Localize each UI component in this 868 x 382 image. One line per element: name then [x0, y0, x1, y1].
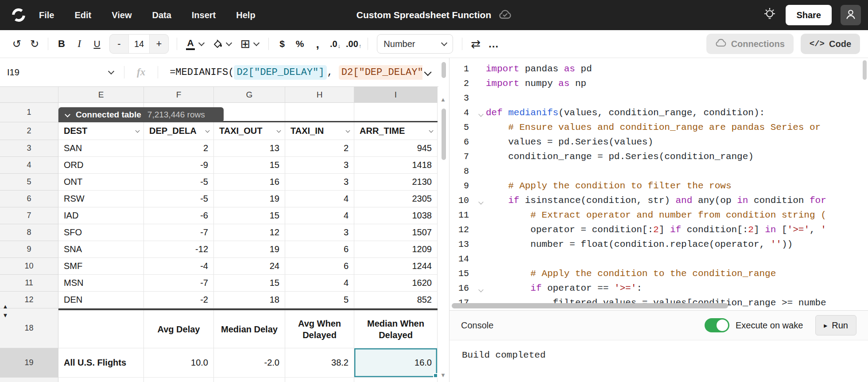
grid-cell[interactable]: -6 [144, 207, 214, 224]
decrease-decimals-button[interactable]: .0↓ [326, 35, 344, 53]
comma-format-button[interactable]: , [309, 35, 326, 53]
grid-cell[interactable]: -7 [144, 224, 214, 241]
grid-cell[interactable]: All U.S. Flights [58, 348, 144, 378]
grid-cell[interactable]: 2 [144, 140, 214, 157]
grid-cell[interactable] [354, 103, 438, 122]
font-size-value[interactable]: 14 [128, 35, 150, 53]
grid-cell[interactable]: Median When Delayed [354, 308, 438, 348]
row-header-2[interactable]: 2 [0, 122, 58, 140]
grid-cell[interactable]: 16 [214, 174, 285, 191]
fold-toggle[interactable] [476, 287, 486, 290]
italic-button[interactable]: I [70, 35, 88, 53]
grid-vertical-scrollbar[interactable]: ▲ ▼ [438, 58, 449, 382]
grid-cell[interactable]: 945 [354, 140, 438, 157]
grid-cell[interactable]: 15 [214, 275, 285, 292]
code-line[interactable]: 16 if operator == '>=': [450, 281, 861, 296]
row-header[interactable]: 4 [0, 157, 58, 174]
code-line[interactable]: 11 # Extract operator and number from co… [450, 208, 861, 222]
grid-cell[interactable]: 15 [214, 207, 285, 224]
hidden-rows-indicator[interactable]: ▲ ▼ [1, 302, 10, 320]
fill-color-chevron-icon[interactable] [226, 40, 232, 46]
grid-cell[interactable]: 3 [285, 174, 354, 191]
menu-view[interactable]: View [112, 10, 132, 20]
formula-expand-chevron-icon[interactable] [424, 69, 432, 76]
code-line[interactable]: 14 [450, 252, 861, 266]
fill-color-button[interactable] [209, 35, 227, 53]
hidden-rows-down-icon[interactable]: ▼ [1, 311, 10, 320]
code-line[interactable]: 1 import pandas as pd [450, 62, 861, 76]
grid-scrollbar-thumb[interactable] [442, 109, 446, 160]
grid-cell[interactable]: 4 [285, 275, 354, 292]
row-header[interactable]: 10 [0, 258, 58, 275]
connections-button[interactable]: Connections [706, 34, 794, 54]
grid-cell[interactable]: 2305 [354, 191, 438, 207]
grid-cell[interactable]: 2 [285, 140, 354, 157]
column-header-i[interactable]: I [354, 87, 438, 103]
hidden-rows-up-icon[interactable]: ▲ [1, 302, 10, 311]
fill-handle[interactable] [433, 373, 438, 378]
fold-chevron-icon[interactable] [478, 199, 483, 204]
code-horizontal-scrollbar-thumb[interactable] [452, 303, 728, 308]
row-header[interactable]: 9 [0, 241, 58, 258]
grid-cell[interactable]: 10.0 [144, 348, 214, 378]
document-title[interactable]: Custom Spreadsheet Function [356, 10, 492, 20]
fold-toggle[interactable] [476, 111, 486, 115]
column-menu-chevron-icon[interactable] [346, 128, 350, 133]
grid-cell[interactable]: -12 [144, 241, 214, 258]
grid-cell[interactable] [214, 103, 285, 122]
grid-cell[interactable]: SFO [58, 224, 144, 241]
run-button[interactable]: ▸ Run [815, 315, 856, 335]
column-header-e[interactable]: E [58, 87, 144, 103]
grid-cell[interactable]: Avg Delay [144, 308, 214, 348]
code-line[interactable]: 3 [450, 91, 861, 105]
column-menu-chevron-icon[interactable] [205, 128, 210, 133]
row-header-1[interactable]: 1 [0, 103, 58, 122]
scroll-down-icon[interactable]: ▼ [440, 372, 446, 378]
code-panel-button[interactable]: </> Code [801, 34, 860, 54]
connected-table-badge[interactable]: Connected table 7,213,446 rows [58, 107, 224, 122]
grid-corner-cell[interactable] [0, 87, 58, 103]
code-line[interactable]: 12 operator = condition[:2] if condition… [450, 222, 861, 237]
grid-cell[interactable]: SMF [58, 258, 144, 275]
row-header[interactable] [0, 378, 58, 382]
row-header[interactable]: 7 [0, 207, 58, 224]
grid-cell[interactable]: MSN [58, 275, 144, 292]
grid-cell[interactable]: SAN [58, 140, 144, 157]
code-line[interactable]: 8 [450, 164, 861, 179]
table-column-dep-delay[interactable]: DEP_DELA [144, 122, 214, 140]
menu-data[interactable]: Data [152, 10, 171, 20]
menu-edit[interactable]: Edit [74, 10, 91, 20]
grid-cell[interactable]: 1244 [354, 258, 438, 275]
number-format-select[interactable]: Number [377, 34, 453, 54]
grid-cell[interactable] [144, 378, 214, 382]
app-logo-icon[interactable] [10, 6, 27, 24]
menu-help[interactable]: Help [236, 10, 255, 20]
fold-chevron-icon[interactable] [478, 112, 483, 117]
formula-scrollbar-thumb[interactable] [442, 62, 446, 78]
scroll-up-icon[interactable]: ▲ [440, 96, 446, 103]
grid-cell[interactable] [58, 378, 144, 382]
redo-button[interactable]: ↻ [26, 35, 43, 53]
formula-arg2-token[interactable]: D2["DEP_DELAY"] [339, 65, 422, 80]
grid-cell[interactable]: 24 [214, 258, 285, 275]
font-size-decrease-button[interactable]: - [110, 35, 128, 53]
percent-format-button[interactable]: % [291, 35, 309, 53]
grid-cell[interactable]: 3 [285, 157, 354, 174]
table-column-arr-time[interactable]: ARR_TIME [354, 122, 438, 140]
fold-chevron-icon[interactable] [478, 287, 483, 292]
more-options-button[interactable]: … [484, 35, 502, 53]
code-line[interactable]: 10 if isinstance(condition, str) and any… [450, 193, 861, 208]
selected-cell-i19[interactable]: 16.0 [354, 348, 438, 378]
grid-cell[interactable]: 852 [354, 292, 438, 308]
grid-cell[interactable] [354, 378, 438, 382]
row-header[interactable]: 11 [0, 275, 58, 292]
spreadsheet-grid[interactable]: E F G H I 1 2 DEST DEP_DELA TAXI_OUT TAX… [0, 87, 438, 382]
grid-cell[interactable] [285, 103, 354, 122]
grid-cell[interactable]: -2.0 [214, 348, 285, 378]
code-line[interactable]: 5 # Ensure values and condition_range ar… [450, 120, 861, 135]
column-menu-chevron-icon[interactable] [136, 128, 140, 133]
grid-cell[interactable]: 2130 [354, 174, 438, 191]
code-line[interactable]: 6 values = pd.Series(values) [450, 135, 861, 149]
grid-cell[interactable]: 4 [285, 191, 354, 207]
grid-cell[interactable]: 19 [214, 241, 285, 258]
